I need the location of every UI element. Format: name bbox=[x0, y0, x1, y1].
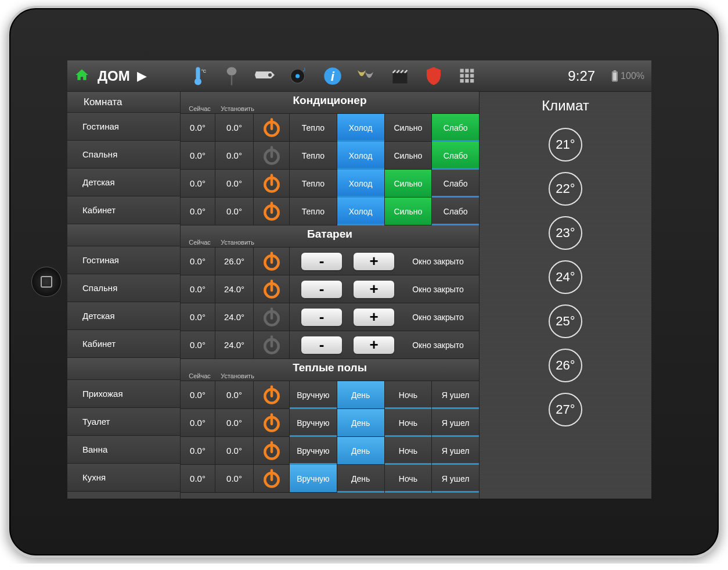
floor-mode[interactable]: День bbox=[337, 465, 385, 492]
home-icon[interactable] bbox=[74, 67, 89, 85]
temp-preset[interactable]: 21° bbox=[549, 128, 582, 162]
floor-mode[interactable]: Ночь bbox=[385, 381, 433, 408]
mode-cold[interactable]: Холод bbox=[337, 114, 385, 141]
mode-heat[interactable]: Тепло bbox=[290, 142, 337, 169]
temp-preset[interactable]: 22° bbox=[549, 172, 582, 206]
fan-strong[interactable]: Сильно bbox=[385, 114, 433, 141]
power-button[interactable] bbox=[254, 465, 290, 492]
fan-strong[interactable]: Сильно bbox=[385, 170, 433, 197]
fan-weak[interactable]: Слабо bbox=[432, 198, 479, 225]
camera-icon[interactable] bbox=[254, 64, 277, 88]
room-label[interactable]: Туалет bbox=[67, 408, 180, 436]
room-label[interactable]: Прихожая bbox=[67, 380, 180, 408]
power-button[interactable] bbox=[254, 381, 290, 408]
lamp-icon[interactable] bbox=[220, 64, 243, 88]
grid-icon[interactable] bbox=[456, 64, 479, 88]
fan-weak[interactable]: Слабо bbox=[432, 142, 479, 169]
fan-strong[interactable]: Сильно bbox=[385, 198, 433, 225]
increase-button[interactable]: + bbox=[354, 253, 394, 270]
room-label[interactable]: Детская bbox=[67, 302, 180, 330]
info-icon[interactable]: i bbox=[321, 64, 344, 88]
temp-set[interactable]: 0.0° bbox=[215, 170, 254, 197]
floor-mode[interactable]: Вручную bbox=[290, 437, 337, 464]
power-button[interactable] bbox=[254, 142, 290, 169]
mode-cold[interactable]: Холод bbox=[337, 198, 385, 225]
floor-mode[interactable]: День bbox=[337, 381, 385, 408]
thermometer-icon[interactable]: °C bbox=[186, 64, 210, 88]
power-button[interactable] bbox=[254, 331, 290, 359]
floor-mode[interactable]: День bbox=[337, 437, 385, 464]
power-button[interactable] bbox=[254, 303, 290, 331]
floor-mode[interactable]: Ночь bbox=[385, 437, 433, 464]
tablet-home-button[interactable] bbox=[31, 267, 62, 297]
floor-mode[interactable]: Вручную bbox=[290, 465, 337, 492]
floor-mode[interactable]: Я ушел bbox=[432, 381, 479, 408]
room-label[interactable]: Детская bbox=[67, 169, 180, 196]
temp-set[interactable]: 26.0° bbox=[215, 248, 254, 275]
fan-weak[interactable]: Слабо bbox=[432, 114, 479, 141]
power-button[interactable] bbox=[254, 248, 290, 275]
increase-button[interactable]: + bbox=[354, 336, 394, 354]
increase-button[interactable]: + bbox=[354, 309, 394, 326]
temp-set[interactable]: 0.0° bbox=[215, 381, 254, 408]
power-button[interactable] bbox=[254, 437, 290, 464]
temp-set[interactable]: 24.0° bbox=[215, 303, 254, 331]
nav-arrow-icon[interactable]: ▶ bbox=[137, 69, 147, 84]
room-label[interactable]: Гостиная bbox=[67, 113, 180, 141]
temp-set[interactable]: 0.0° bbox=[215, 114, 254, 141]
floor-mode[interactable]: День bbox=[337, 409, 385, 436]
temp-preset[interactable]: 26° bbox=[549, 349, 582, 382]
mode-heat[interactable]: Тепло bbox=[290, 170, 337, 197]
fan-weak[interactable]: Слабо bbox=[432, 170, 479, 197]
audio-icon[interactable]: ♪ bbox=[287, 64, 311, 88]
floor-mode[interactable]: Ночь bbox=[385, 465, 433, 492]
floor-mode[interactable]: Вручную bbox=[290, 381, 337, 408]
mode-heat[interactable]: Тепло bbox=[290, 114, 337, 141]
mode-heat[interactable]: Тепло bbox=[290, 198, 337, 225]
rooms-column: Комната ГостинаяСпальняДетскаяКабинетГос… bbox=[67, 92, 181, 499]
decrease-button[interactable]: - bbox=[301, 253, 342, 270]
room-label[interactable]: Гостиная bbox=[67, 246, 180, 274]
room-label[interactable]: Кухня bbox=[67, 464, 180, 492]
decrease-button[interactable]: - bbox=[301, 309, 342, 326]
floor-mode[interactable]: Вручную bbox=[290, 409, 337, 436]
floor-mode[interactable]: Я ушел bbox=[432, 437, 479, 464]
power-button[interactable] bbox=[254, 170, 290, 197]
room-label[interactable]: Ванна bbox=[67, 436, 180, 464]
clapper-icon[interactable] bbox=[388, 64, 412, 88]
temp-preset[interactable]: 25° bbox=[549, 304, 582, 338]
mode-cold[interactable]: Холод bbox=[337, 142, 385, 169]
increase-button[interactable]: + bbox=[354, 281, 394, 298]
temp-set[interactable]: 24.0° bbox=[215, 331, 254, 359]
ac-row: 0.0° 0.0° Тепло Холод Сильно Слабо bbox=[181, 142, 479, 170]
temp-set[interactable]: 0.0° bbox=[215, 409, 254, 436]
temp-set[interactable]: 0.0° bbox=[215, 437, 254, 464]
temp-preset[interactable]: 23° bbox=[549, 216, 582, 250]
power-button[interactable] bbox=[254, 409, 290, 436]
temp-preset[interactable]: 27° bbox=[549, 393, 582, 426]
decrease-button[interactable]: - bbox=[301, 336, 342, 354]
masks-icon[interactable] bbox=[355, 64, 378, 88]
power-button[interactable] bbox=[254, 275, 290, 303]
room-label[interactable]: Кабинет bbox=[67, 330, 180, 358]
floor-mode[interactable]: Ночь bbox=[385, 409, 433, 436]
mode-cold[interactable]: Холод bbox=[337, 170, 385, 197]
room-label[interactable]: Кабинет bbox=[67, 196, 180, 224]
fan-strong[interactable]: Сильно bbox=[385, 142, 433, 169]
temp-now: 0.0° bbox=[181, 142, 215, 169]
power-button[interactable] bbox=[254, 114, 290, 141]
room-label[interactable]: Спальня bbox=[67, 274, 180, 302]
temp-set[interactable]: 0.0° bbox=[215, 142, 254, 169]
floor-mode[interactable]: Я ушел bbox=[432, 409, 479, 436]
temp-set[interactable]: 24.0° bbox=[215, 275, 254, 303]
temp-set[interactable]: 0.0° bbox=[215, 465, 254, 492]
temp-preset[interactable]: 24° bbox=[549, 260, 582, 294]
room-label[interactable]: Спальня bbox=[67, 141, 180, 169]
power-button[interactable] bbox=[254, 198, 290, 225]
battery-status: 100% bbox=[611, 70, 644, 82]
shield-icon[interactable] bbox=[422, 64, 445, 88]
decrease-button[interactable]: - bbox=[301, 281, 342, 298]
svg-rect-18 bbox=[465, 79, 468, 83]
temp-set[interactable]: 0.0° bbox=[215, 198, 254, 225]
floor-mode[interactable]: Я ушел bbox=[432, 465, 479, 492]
